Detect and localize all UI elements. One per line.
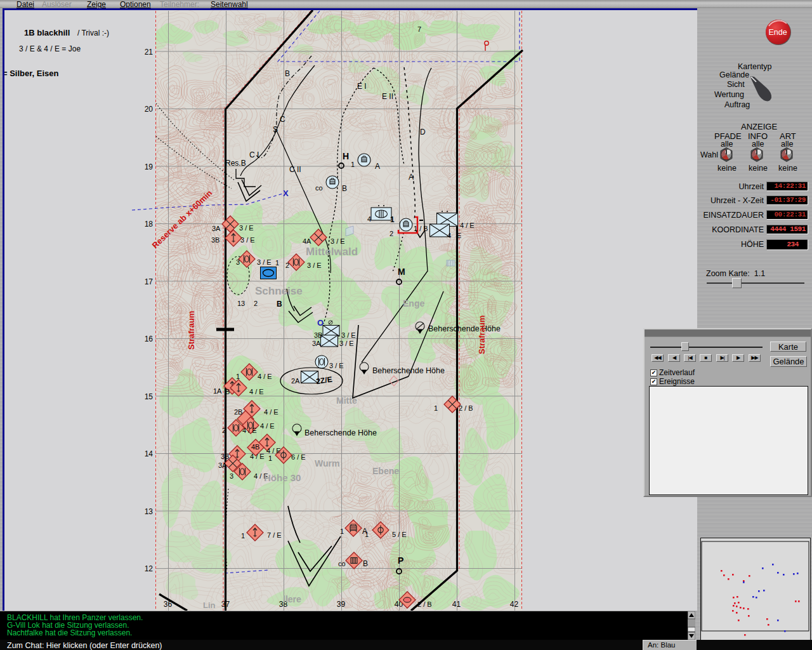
svg-text:4 / E: 4 / E xyxy=(260,422,275,430)
svg-text:3B: 3B xyxy=(314,331,322,339)
svg-text:1 / B: 1 / B xyxy=(414,225,428,232)
svg-text:C I: C I xyxy=(249,150,259,159)
svg-text:13: 13 xyxy=(145,507,154,516)
svg-text:co: co xyxy=(315,184,323,192)
svg-text:3 / E: 3 / E xyxy=(257,258,272,266)
svg-text:Lin: Lin xyxy=(203,600,216,610)
svg-text:1: 1 xyxy=(241,532,245,540)
svg-text:Beherschende Höhe: Beherschende Höhe xyxy=(428,324,501,333)
svg-text:3 / E: 3 / E xyxy=(239,224,254,232)
svg-text:E II: E II xyxy=(382,92,393,101)
svg-text:4 / E: 4 / E xyxy=(266,447,281,454)
svg-text:Höhe 30: Höhe 30 xyxy=(264,472,301,483)
svg-text:7: 7 xyxy=(417,25,421,33)
svg-text:C: C xyxy=(280,115,285,124)
svg-text:Mittelwald: Mittelwald xyxy=(306,246,358,258)
svg-text:D: D xyxy=(420,128,426,136)
svg-text:Strafraum: Strafraum xyxy=(187,311,196,350)
svg-text:B: B xyxy=(285,69,290,78)
svg-text:Strafraum: Strafraum xyxy=(477,315,487,354)
svg-text:4 / E: 4 / E xyxy=(250,453,265,460)
svg-text:4 / E: 4 / E xyxy=(264,408,278,416)
svg-text:Ende: Ende xyxy=(768,28,787,37)
svg-text:Beherschende Höhe: Beherschende Höhe xyxy=(304,428,377,437)
svg-text:6 / E: 6 / E xyxy=(291,453,306,461)
svg-text:16: 16 xyxy=(145,335,154,343)
svg-text:Schneise: Schneise xyxy=(255,285,303,297)
svg-text:3B: 3B xyxy=(221,453,229,460)
svg-text:3: 3 xyxy=(230,472,233,480)
svg-text:18: 18 xyxy=(145,220,154,229)
svg-text:Mitte: Mitte xyxy=(336,395,357,406)
svg-text:3 / E: 3 / E xyxy=(339,340,354,347)
svg-text:1: 1 xyxy=(268,454,272,462)
svg-text:co: co xyxy=(338,560,346,567)
svg-text:E I: E I xyxy=(357,82,367,91)
svg-text:14: 14 xyxy=(145,449,154,458)
svg-text:4: 4 xyxy=(447,232,451,239)
svg-text:C II: C II xyxy=(289,165,301,174)
svg-text:42: 42 xyxy=(510,600,519,609)
svg-text:= Silber, Eisen: = Silber, Eisen xyxy=(4,69,59,78)
svg-text:3 / E: 3 / E xyxy=(240,236,255,244)
svg-text:20: 20 xyxy=(145,105,154,114)
svg-text:B: B xyxy=(277,300,282,308)
svg-text:5 / E: 5 / E xyxy=(392,531,407,538)
svg-text:2: 2 xyxy=(222,427,226,434)
svg-text:1: 1 xyxy=(390,215,395,224)
svg-text:E: E xyxy=(457,232,461,239)
svg-text:19: 19 xyxy=(145,162,154,171)
svg-text:A: A xyxy=(375,162,380,171)
svg-text:1: 1 xyxy=(340,527,344,535)
svg-text:2 / B: 2 / B xyxy=(459,404,473,412)
svg-text:B: B xyxy=(225,388,230,395)
svg-text:B: B xyxy=(342,184,347,193)
svg-text:1: 1 xyxy=(351,161,355,168)
svg-text:1A: 1A xyxy=(213,387,222,395)
svg-text:3 / E: 3 / E xyxy=(331,237,345,245)
svg-text:4 / E: 4 / E xyxy=(258,373,272,380)
svg-text:4 / E: 4 / E xyxy=(242,427,257,434)
svg-text:3A: 3A xyxy=(218,461,227,469)
svg-text:Beherschende Höhe: Beherschende Höhe xyxy=(372,366,445,375)
svg-text:3A: 3A xyxy=(312,340,321,347)
svg-text:3 / E & 4 / E = Joe: 3 / E & 4 / E = Joe xyxy=(19,44,81,53)
svg-text:2 / B: 2 / B xyxy=(417,600,432,608)
svg-text:H: H xyxy=(343,151,349,161)
svg-text:1: 1 xyxy=(275,259,279,267)
svg-text:3B: 3B xyxy=(211,236,219,244)
svg-text:1: 1 xyxy=(365,531,369,538)
svg-text:3 / E: 3 / E xyxy=(307,262,322,269)
svg-text:3 / E: 3 / E xyxy=(341,331,356,339)
svg-text:4: 4 xyxy=(367,215,371,223)
svg-text:1B blackhill: 1B blackhill xyxy=(24,28,70,37)
svg-text:17: 17 xyxy=(145,277,154,286)
svg-text:39: 39 xyxy=(337,600,346,609)
svg-text:4 / E: 4 / E xyxy=(460,222,475,229)
svg-text:M: M xyxy=(398,267,405,277)
svg-text:llere: llere xyxy=(283,594,301,604)
svg-text:21: 21 xyxy=(145,48,154,56)
svg-text:3: 3 xyxy=(236,258,240,266)
svg-text:S: S xyxy=(273,125,278,134)
svg-text:3A: 3A xyxy=(212,225,221,232)
svg-text:X: X xyxy=(283,189,289,198)
svg-text:B: B xyxy=(363,559,368,568)
svg-text:2B: 2B xyxy=(234,408,242,416)
svg-text:4 / E: 4 / E xyxy=(249,388,264,395)
svg-text:15: 15 xyxy=(145,392,154,401)
svg-text:13: 13 xyxy=(237,300,245,307)
svg-text:Ebene: Ebene xyxy=(372,466,399,476)
svg-text:4B: 4B xyxy=(251,443,259,451)
svg-text:3 / E: 3 / E xyxy=(329,362,344,369)
svg-text:Res.B: Res.B xyxy=(225,159,246,168)
svg-text:12: 12 xyxy=(145,564,154,573)
svg-text:2: 2 xyxy=(254,300,258,307)
svg-text:2: 2 xyxy=(285,262,289,269)
svg-text:2: 2 xyxy=(390,230,393,237)
svg-text:1: 1 xyxy=(434,404,438,412)
svg-text:1: 1 xyxy=(236,373,240,380)
svg-text:7 / E: 7 / E xyxy=(267,531,282,539)
svg-text:Wurm: Wurm xyxy=(315,458,339,468)
svg-text:2A: 2A xyxy=(291,377,300,385)
